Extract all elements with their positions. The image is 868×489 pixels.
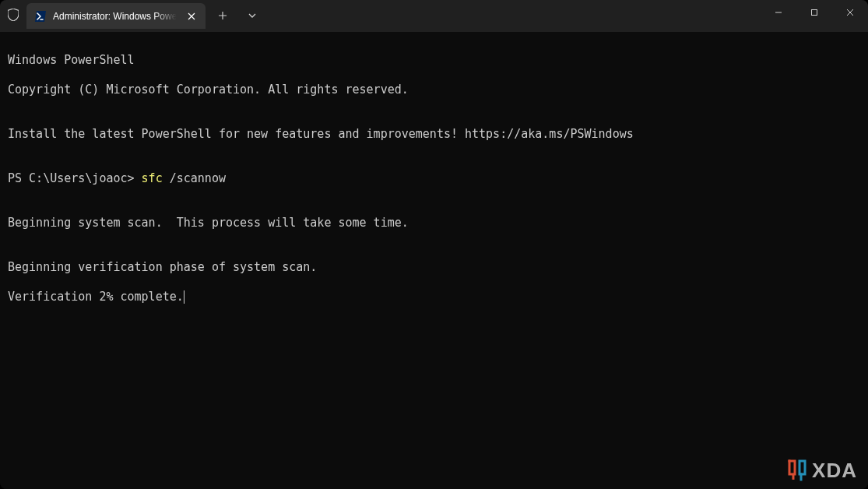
xda-logo-icon — [787, 459, 807, 481]
new-tab-button[interactable] — [210, 3, 235, 28]
powershell-icon — [34, 10, 47, 23]
titlebar-left: Administrator: Windows PowerShell — [0, 0, 265, 32]
title-bar[interactable]: Administrator: Windows PowerShell — [0, 0, 868, 32]
terminal-line: Install the latest PowerShell for new fe… — [8, 127, 860, 142]
minimize-button[interactable] — [761, 0, 796, 25]
terminal-content[interactable]: Windows PowerShell Copyright (C) Microso… — [0, 32, 868, 489]
terminal-window: Administrator: Windows PowerShell — [0, 0, 868, 489]
tab-close-button[interactable] — [185, 10, 198, 23]
xda-watermark: XDA — [787, 459, 857, 481]
verify-progress-text: Verification 2% complete. — [8, 290, 184, 304]
terminal-line: Windows PowerShell — [8, 53, 860, 68]
xda-watermark-text: XDA — [812, 463, 857, 478]
active-tab[interactable]: Administrator: Windows PowerShell — [26, 3, 206, 29]
admin-shield-icon — [8, 9, 19, 21]
close-window-button[interactable] — [832, 0, 868, 25]
terminal-line: Beginning system scan. This process will… — [8, 216, 860, 230]
window-controls — [761, 0, 868, 32]
prompt-command: sfc — [142, 171, 163, 185]
tab-title: Administrator: Windows PowerShell — [53, 11, 179, 22]
maximize-button[interactable] — [796, 0, 832, 25]
terminal-line: Copyright (C) Microsoft Corporation. All… — [8, 83, 860, 97]
terminal-cursor — [184, 290, 184, 304]
tab-dropdown-button[interactable] — [240, 3, 265, 28]
terminal-prompt-line: PS C:\Users\joaoc> sfc /scannow — [8, 171, 860, 186]
svg-rect-0 — [812, 10, 817, 16]
prompt-args: /scannow — [163, 171, 226, 185]
terminal-line: Beginning verification phase of system s… — [8, 260, 860, 275]
terminal-progress-line: Verification 2% complete. — [8, 290, 860, 304]
prompt-prefix: PS C:\Users\joaoc> — [8, 171, 142, 185]
